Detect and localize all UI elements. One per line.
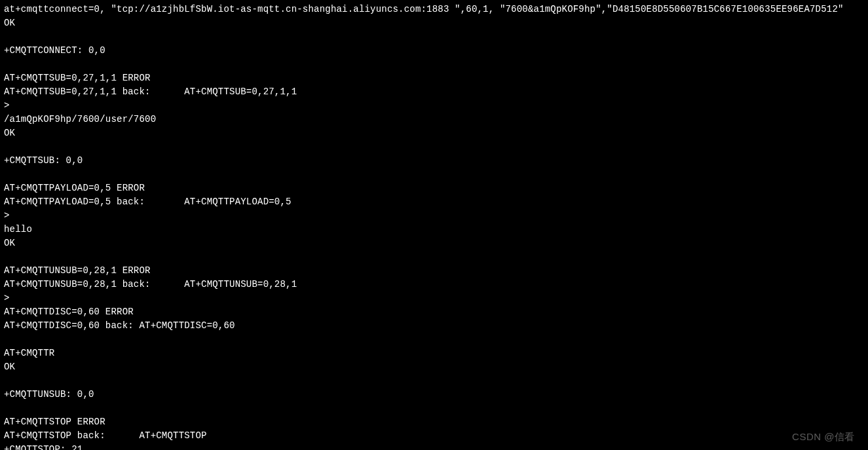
terminal-output[interactable]: at+cmqttconnect=0, "tcp://a1zjhbLfSbW.io… bbox=[0, 0, 868, 450]
